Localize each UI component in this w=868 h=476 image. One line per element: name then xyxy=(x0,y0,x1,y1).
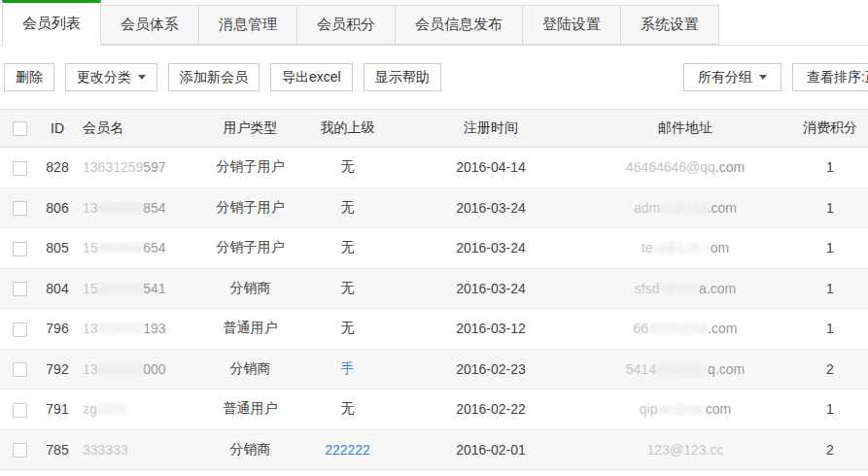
points-cell: 2 xyxy=(792,361,868,377)
tab-member-info-publish[interactable]: 会员信息发布 xyxy=(395,5,523,45)
tab-login-settings[interactable]: 登陆设置 xyxy=(522,5,621,45)
points-cell: 2 xyxy=(792,442,868,458)
email-visible-start: adm xyxy=(634,200,660,216)
tab-label: 会员列表 xyxy=(22,15,81,33)
header-points: 消费积分 xyxy=(792,119,868,137)
row-checkbox[interactable] xyxy=(13,362,27,377)
register-date-cell: 2016-03-12 xyxy=(403,321,578,336)
member-name-visible-start: zg xyxy=(83,401,97,417)
header-user-type: 用户类型 xyxy=(209,119,292,137)
row-checkbox[interactable] xyxy=(13,282,27,296)
tab-label: 会员积分 xyxy=(317,16,375,34)
email-visible-end: .com xyxy=(708,200,737,216)
email-redacted: in@163 xyxy=(660,200,707,216)
register-date-cell: 2016-02-01 xyxy=(403,442,578,458)
user-type-cell: 普通用户 xyxy=(209,320,292,337)
show-help-label: 显示帮助 xyxy=(375,69,430,86)
parent-cell: 无 xyxy=(292,239,403,256)
header-register-date: 注册时间 xyxy=(403,119,578,137)
change-category-label: 更改分类 xyxy=(77,69,131,86)
add-member-button[interactable]: 添加新会员 xyxy=(168,63,260,91)
points-cell: 1 xyxy=(792,200,868,216)
register-date-cell: 2016-03-24 xyxy=(403,281,578,296)
email-visible-end: q.com xyxy=(708,361,745,377)
email-redacted: 6465@q xyxy=(656,361,708,377)
delete-button[interactable]: 删除 xyxy=(4,63,54,91)
parent-link[interactable]: 手 xyxy=(292,360,403,378)
member-name-cell: 13999888193 xyxy=(76,321,209,336)
email-visible-start: te xyxy=(642,240,653,255)
id-cell: 785 xyxy=(39,442,76,458)
table-row: 804 15888999541 分销商 无 2016-03-24 sfsdf@f… xyxy=(0,269,868,310)
member-name-visible-start: 13 xyxy=(83,361,98,377)
header-id: ID xyxy=(39,120,76,136)
member-admin-page: 会员列表会员体系消息管理会员积分会员信息发布登陆设置系统设置 删除 更改分类 添… xyxy=(0,0,868,470)
tab-member-points[interactable]: 会员积分 xyxy=(296,5,396,45)
show-help-button[interactable]: 显示帮助 xyxy=(364,63,441,91)
member-name-visible-end: 854 xyxy=(143,200,165,216)
member-name-redacted: 999888 xyxy=(98,321,144,336)
email-visible-end: a.com xyxy=(699,281,736,296)
member-name-redacted: 0000 xyxy=(97,401,127,417)
email-visible-start: sfsd xyxy=(635,281,660,296)
tab-system-settings[interactable]: 系统设置 xyxy=(620,5,719,45)
email-visible-start: 5414 xyxy=(626,361,656,377)
member-name-cell: zg0000 xyxy=(76,401,209,417)
member-name-cell: 13666888854 xyxy=(76,200,209,216)
user-type-cell: 分销商 xyxy=(209,441,292,459)
email-redacted: st@126.c xyxy=(652,240,710,255)
table-row: 828 13631259597 分销子用户 无 2016-04-14 46464… xyxy=(0,148,868,188)
user-type-cell: 普通用户 xyxy=(209,400,292,418)
row-select-cell xyxy=(0,240,39,256)
change-category-dropdown[interactable]: 更改分类 xyxy=(65,63,157,91)
register-date-cell: 2016-03-24 xyxy=(403,200,578,216)
sort-order-label: 查看排序:正常排序 xyxy=(807,69,868,86)
parent-cell: 无 xyxy=(292,320,403,337)
delete-button-label: 删除 xyxy=(16,69,43,86)
id-cell: 792 xyxy=(39,361,76,377)
register-date-cell: 2016-03-24 xyxy=(403,240,578,255)
tab-label: 会员信息发布 xyxy=(415,16,503,34)
member-name-redacted: 888999 xyxy=(98,281,144,296)
member-name-visible-start: 15 xyxy=(83,240,98,255)
row-checkbox[interactable] xyxy=(13,323,27,337)
table-row: 796 13999888193 普通用户 无 2016-03-12 668899… xyxy=(0,309,868,350)
table-row: 792 13888000000 分销商 手 2016-02-23 5414646… xyxy=(0,350,868,391)
email-visible-end: .com xyxy=(708,321,737,336)
member-name-visible-start: 333333 xyxy=(83,442,128,458)
tab-message-management[interactable]: 消息管理 xyxy=(198,5,297,45)
member-name-visible-end: 000 xyxy=(143,361,165,377)
tab-label: 会员体系 xyxy=(121,16,179,34)
row-checkbox[interactable] xyxy=(13,443,27,458)
user-type-cell: 分销子用户 xyxy=(209,158,292,176)
row-checkbox[interactable] xyxy=(13,242,27,256)
register-date-cell: 2016-02-22 xyxy=(403,401,578,417)
row-checkbox[interactable] xyxy=(13,201,27,216)
row-select-cell xyxy=(0,199,39,216)
register-date-cell: 2016-02-23 xyxy=(403,361,578,377)
user-type-cell: 分销子用户 xyxy=(209,239,292,256)
member-name-visible-start: 13 xyxy=(83,321,98,336)
tab-member-list[interactable]: 会员列表 xyxy=(2,0,101,46)
email-visible-start: qip xyxy=(640,401,658,417)
row-checkbox[interactable] xyxy=(13,403,27,418)
member-name-visible-end: 193 xyxy=(143,321,165,336)
user-type-cell: 分销子用户 xyxy=(209,199,292,217)
group-filter-dropdown[interactable]: 所有分组 xyxy=(683,63,781,91)
tab-label: 系统设置 xyxy=(641,16,699,34)
row-checkbox[interactable] xyxy=(13,161,27,176)
sort-order-button[interactable]: 查看排序:正常排序 xyxy=(792,63,868,91)
member-table: ID 会员名 用户类型 我的上级 注册时间 邮件地址 消费积分 828 1363… xyxy=(0,109,868,470)
id-cell: 791 xyxy=(39,401,76,417)
row-select-cell xyxy=(0,401,39,418)
parent-link[interactable]: 222222 xyxy=(292,442,403,458)
tab-member-system[interactable]: 会员体系 xyxy=(100,5,199,45)
member-name-cell: 13888000000 xyxy=(76,361,209,377)
member-name-redacted: 888666 xyxy=(98,240,144,255)
email-visible-start: 123@123.cc xyxy=(647,442,724,458)
export-excel-button[interactable]: 导出excel xyxy=(270,63,353,91)
user-type-cell: 分销商 xyxy=(209,360,292,378)
email-cell: qipao@qq.com xyxy=(578,401,792,417)
row-select-cell xyxy=(0,360,39,377)
select-all-checkbox[interactable] xyxy=(13,121,27,136)
